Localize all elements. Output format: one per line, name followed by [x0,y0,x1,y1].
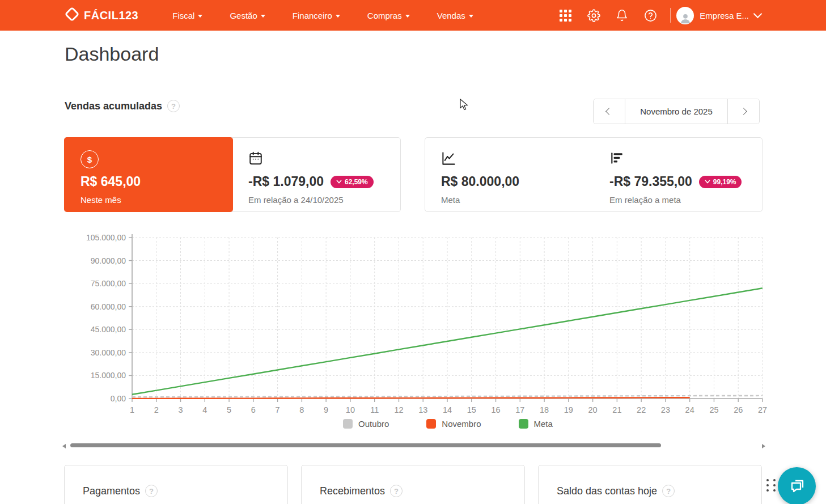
scroll-right-arrow[interactable] [762,444,765,448]
svg-text:105.000,00: 105.000,00 [86,233,126,242]
goal-card-group: R$ 80.000,00 Meta -R$ 79.355,00 9 [425,137,763,212]
svg-text:23: 23 [661,405,670,414]
card-saldo-contas: Saldo das contas hoje ? [538,465,762,504]
chevron-down-icon [469,15,473,18]
svg-text:15.000,00: 15.000,00 [91,371,126,380]
main-menu: Fiscal Gestão Financeiro Compras Vendas [161,6,485,25]
svg-text:3: 3 [178,405,183,414]
scrollbar-thumb[interactable] [70,443,661,447]
help-icon[interactable]: ? [145,485,158,497]
svg-text:75.000,00: 75.000,00 [91,279,126,288]
chevron-down-icon [261,15,265,18]
user-menu[interactable]: Empresa E... [676,7,761,24]
kpi-label: Meta [441,195,578,205]
svg-text:24: 24 [685,405,694,414]
sales-line-chart: 0,0015.000,0030.000,0045.000,0060.000,00… [62,231,768,434]
bell-icon[interactable] [608,0,636,31]
chevron-down-icon [405,15,410,18]
menu-vendas[interactable]: Vendas [426,6,485,25]
card-title: Pagamentos ? [83,485,287,497]
chat-bubbles-icon [788,476,806,497]
legend-swatch [426,419,436,429]
svg-text:21: 21 [612,405,621,414]
svg-text:30.000,00: 30.000,00 [91,348,126,357]
kpi-value: R$ 645,00 [81,174,141,189]
company-name: Empresa E... [700,11,749,20]
menu-fiscal[interactable]: Fiscal [161,6,214,25]
chart-legend: Outubro Novembro Meta [128,419,768,429]
drag-handle-icon[interactable] [766,479,777,492]
legend-swatch [343,419,353,429]
svg-text:13: 13 [418,405,427,414]
card-pagamentos: Pagamentos ? [64,465,288,504]
variation-badge: 62,59% [331,176,374,188]
chevron-down-icon [198,15,202,18]
svg-text:22: 22 [637,405,646,414]
period-navigator: Novembro de 2025 [593,99,760,124]
menu-gestao[interactable]: Gestão [218,6,276,25]
help-icon[interactable]: ? [662,485,675,497]
kpi-current-month: $ R$ 645,00 Neste mês [64,137,233,212]
legend-item-outubro[interactable]: Outubro [343,419,389,429]
svg-text:25: 25 [709,405,718,414]
svg-text:1: 1 [130,405,134,414]
svg-text:16: 16 [491,405,500,414]
scroll-left-arrow[interactable] [62,444,66,448]
help-icon[interactable]: ? [167,100,180,112]
svg-text:26: 26 [734,405,743,414]
svg-text:18: 18 [540,405,549,414]
line-chart-icon [441,151,456,168]
svg-text:19: 19 [564,405,573,414]
chevron-down-icon [336,180,342,184]
section-title-vendas-acumuladas: Vendas acumuladas ? [65,100,180,112]
kpi-vs-goal: -R$ 79.355,00 99,19% Em relação a meta [594,138,762,211]
apps-grid-icon[interactable] [551,0,579,31]
brand-name: FÁCIL123 [84,9,138,22]
svg-text:5: 5 [227,405,231,414]
chat-button[interactable] [778,467,816,504]
svg-text:45.000,00: 45.000,00 [91,325,126,334]
variation-badge: 99,19% [699,176,742,188]
kpi-cards-row: $ R$ 645,00 Neste mês -R$ 1.079,00 62,59 [64,137,763,212]
kpi-goal: R$ 80.000,00 Meta [425,138,594,211]
bottom-cards-row: Pagamentos ? Recebimentos ? Saldo das co… [64,465,762,504]
menu-financeiro[interactable]: Financeiro [281,6,351,25]
svg-text:12: 12 [394,405,403,414]
chevron-left-icon [605,108,613,115]
chart-canvas: 0,0015.000,0030.000,0045.000,0060.000,00… [62,231,768,416]
kpi-value: -R$ 1.079,00 [248,174,324,189]
bars-icon [609,151,624,168]
divider [670,8,671,23]
help-icon[interactable]: ? [390,485,403,497]
svg-text:8: 8 [299,405,304,414]
card-title: Saldo das contas hoje ? [557,485,761,497]
chevron-down-icon [753,10,763,19]
svg-text:20: 20 [588,405,598,414]
legend-swatch [519,419,528,429]
help-icon[interactable] [636,0,664,31]
top-navbar: FÁCIL123 Fiscal Gestão Financeiro Compra… [0,0,826,31]
svg-text:4: 4 [202,405,207,414]
avatar [676,7,694,24]
chevron-right-icon [740,108,747,115]
svg-text:10: 10 [346,405,355,414]
page-title: Dashboard [65,43,159,65]
period-label: Novembro de 2025 [625,99,727,124]
svg-text:0,00: 0,00 [111,394,126,403]
gear-icon[interactable] [579,0,608,31]
kpi-vs-previous-month: -R$ 1.079,00 62,59% Em relação a 24/10/2… [232,138,400,211]
menu-compras[interactable]: Compras [356,6,421,25]
sales-card-group: $ R$ 645,00 Neste mês -R$ 1.079,00 62,59 [64,137,401,212]
svg-text:17: 17 [515,405,524,414]
legend-item-novembro[interactable]: Novembro [426,419,481,429]
legend-item-meta[interactable]: Meta [519,419,553,429]
svg-text:15: 15 [467,405,476,414]
prev-month-button[interactable] [594,99,625,124]
brand-diamond-icon [65,7,79,24]
chevron-down-icon [705,180,710,184]
next-month-button[interactable] [727,99,759,124]
kpi-label: Em relação a 24/10/2025 [248,195,384,205]
brand-logo[interactable]: FÁCIL123 [65,7,138,24]
card-title: Recebimentos ? [320,485,524,497]
kpi-label: Neste mês [81,195,217,205]
